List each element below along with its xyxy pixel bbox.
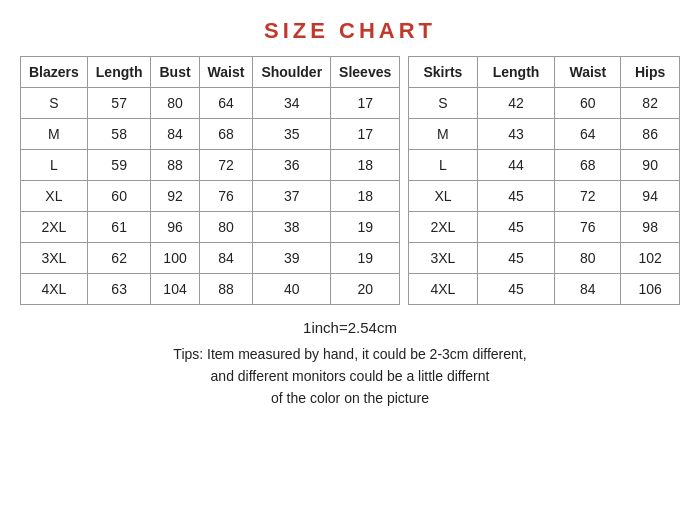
blazers-col-header: Blazers — [21, 57, 88, 88]
skirts-row: 3XL4580102 — [409, 243, 680, 274]
skirts-cell: 94 — [621, 181, 680, 212]
blazers-row: 4XL63104884020 — [21, 274, 400, 305]
skirts-row: L446890 — [409, 150, 680, 181]
skirts-col-header: Waist — [555, 57, 621, 88]
skirts-cell: 80 — [555, 243, 621, 274]
blazers-cell: 61 — [87, 212, 151, 243]
skirts-cell: 90 — [621, 150, 680, 181]
linch-note: 1inch=2.54cm — [20, 319, 680, 336]
skirts-cell: 45 — [477, 181, 555, 212]
blazers-cell: 19 — [331, 212, 400, 243]
blazers-row: XL6092763718 — [21, 181, 400, 212]
skirts-col-header: Skirts — [409, 57, 477, 88]
skirts-cell: 72 — [555, 181, 621, 212]
footnotes: 1inch=2.54cm Tips: Item measured by hand… — [20, 319, 680, 406]
skirts-cell: 102 — [621, 243, 680, 274]
blazers-cell: 3XL — [21, 243, 88, 274]
blazers-cell: 17 — [331, 88, 400, 119]
blazers-cell: 4XL — [21, 274, 88, 305]
blazers-cell: 18 — [331, 181, 400, 212]
blazers-cell: 88 — [151, 150, 199, 181]
blazers-cell: S — [21, 88, 88, 119]
blazers-cell: 60 — [87, 181, 151, 212]
blazers-col-header: Shoulder — [253, 57, 331, 88]
blazers-cell: 92 — [151, 181, 199, 212]
blazers-cell: M — [21, 119, 88, 150]
page: SIZE CHART BlazersLengthBustWaistShoulde… — [0, 0, 700, 432]
blazers-cell: 63 — [87, 274, 151, 305]
blazers-cell: 20 — [331, 274, 400, 305]
blazers-row: S5780643417 — [21, 88, 400, 119]
skirts-row: 4XL4584106 — [409, 274, 680, 305]
blazers-col-header: Bust — [151, 57, 199, 88]
blazers-cell: L — [21, 150, 88, 181]
blazers-cell: 18 — [331, 150, 400, 181]
blazers-cell: 68 — [199, 119, 253, 150]
blazers-cell: 84 — [151, 119, 199, 150]
blazers-cell: 84 — [199, 243, 253, 274]
blazers-cell: 80 — [151, 88, 199, 119]
blazers-table: BlazersLengthBustWaistShoulderSleeves S5… — [20, 56, 400, 305]
skirts-row: S426082 — [409, 88, 680, 119]
blazers-cell: 88 — [199, 274, 253, 305]
skirts-cell: 84 — [555, 274, 621, 305]
skirts-cell: 45 — [477, 243, 555, 274]
blazers-cell: 72 — [199, 150, 253, 181]
skirts-cell: S — [409, 88, 477, 119]
skirts-cell: 3XL — [409, 243, 477, 274]
blazers-cell: 104 — [151, 274, 199, 305]
skirts-cell: 106 — [621, 274, 680, 305]
skirts-table: SkirtsLengthWaistHips S426082M436486L446… — [408, 56, 680, 305]
blazers-cell: 80 — [199, 212, 253, 243]
skirts-row: XL457294 — [409, 181, 680, 212]
skirts-cell: 42 — [477, 88, 555, 119]
skirts-cell: 82 — [621, 88, 680, 119]
skirts-row: M436486 — [409, 119, 680, 150]
blazers-cell: 62 — [87, 243, 151, 274]
blazers-cell: 40 — [253, 274, 331, 305]
blazers-cell: 37 — [253, 181, 331, 212]
blazers-cell: 39 — [253, 243, 331, 274]
blazers-cell: 57 — [87, 88, 151, 119]
skirts-col-header: Length — [477, 57, 555, 88]
blazers-cell: 19 — [331, 243, 400, 274]
skirts-cell: 98 — [621, 212, 680, 243]
skirts-cell: 4XL — [409, 274, 477, 305]
blazers-cell: XL — [21, 181, 88, 212]
blazers-cell: 96 — [151, 212, 199, 243]
skirts-cell: 45 — [477, 274, 555, 305]
skirts-cell: XL — [409, 181, 477, 212]
tips-line: and different monitors could be a little… — [20, 368, 680, 384]
skirts-cell: 45 — [477, 212, 555, 243]
skirts-cell: 60 — [555, 88, 621, 119]
tables-container: BlazersLengthBustWaistShoulderSleeves S5… — [20, 56, 680, 305]
blazers-col-header: Waist — [199, 57, 253, 88]
blazers-cell: 17 — [331, 119, 400, 150]
skirts-cell: 76 — [555, 212, 621, 243]
blazers-row: 2XL6196803819 — [21, 212, 400, 243]
skirts-col-header: Hips — [621, 57, 680, 88]
skirts-cell: 64 — [555, 119, 621, 150]
blazers-col-header: Length — [87, 57, 151, 88]
page-title: SIZE CHART — [20, 10, 680, 44]
tips-line: of the color on the picture — [20, 390, 680, 406]
skirts-row: 2XL457698 — [409, 212, 680, 243]
blazers-cell: 34 — [253, 88, 331, 119]
blazers-cell: 59 — [87, 150, 151, 181]
blazers-cell: 35 — [253, 119, 331, 150]
table-spacer — [400, 56, 408, 305]
blazers-row: 3XL62100843919 — [21, 243, 400, 274]
skirts-cell: 2XL — [409, 212, 477, 243]
skirts-cell: L — [409, 150, 477, 181]
skirts-cell: 86 — [621, 119, 680, 150]
blazers-col-header: Sleeves — [331, 57, 400, 88]
blazers-cell: 36 — [253, 150, 331, 181]
blazers-row: L5988723618 — [21, 150, 400, 181]
skirts-cell: 44 — [477, 150, 555, 181]
skirts-cell: 43 — [477, 119, 555, 150]
blazers-cell: 100 — [151, 243, 199, 274]
blazers-row: M5884683517 — [21, 119, 400, 150]
blazers-cell: 58 — [87, 119, 151, 150]
blazers-cell: 2XL — [21, 212, 88, 243]
skirts-cell: M — [409, 119, 477, 150]
